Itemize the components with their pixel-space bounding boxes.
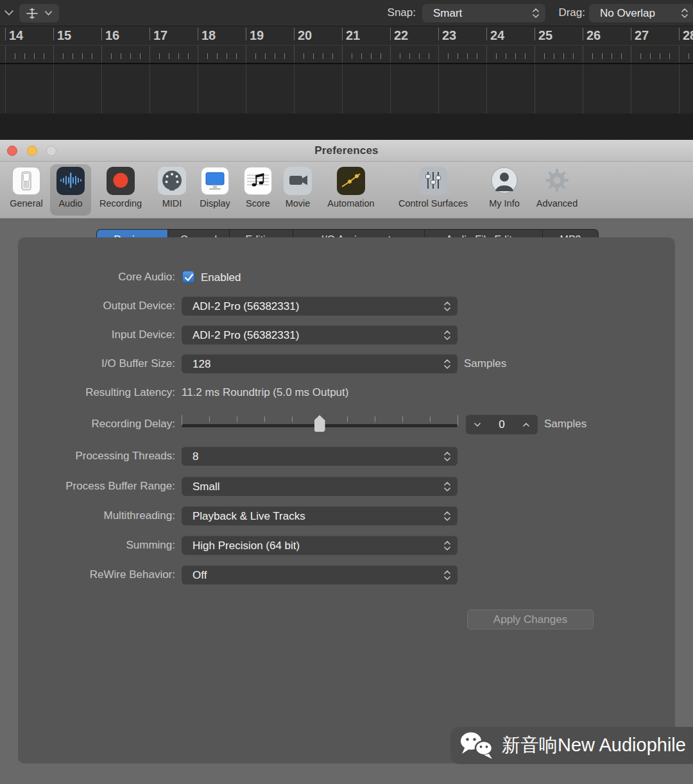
process-buffer-range-value: Small — [193, 481, 220, 493]
slider-thumb[interactable] — [314, 415, 325, 432]
toolbar-item-label: Automation — [320, 198, 382, 209]
toolbar-item-recording[interactable]: Recording — [92, 164, 149, 216]
summing-label: Summing: — [18, 539, 175, 552]
preferences-content: Devices General Editing I/O Assignments … — [0, 219, 693, 784]
toolbar-item-automation[interactable]: Automation — [320, 164, 382, 216]
multithreading-popup[interactable]: Playback & Live Tracks — [182, 506, 458, 525]
processing-threads-popup[interactable]: 8 — [182, 447, 458, 466]
updown-chevrons-icon — [681, 8, 689, 19]
multithreading-value: Playback & Live Tracks — [193, 510, 305, 523]
toolbar-item-label: Audio — [50, 198, 91, 209]
updown-chevrons-icon — [443, 301, 451, 312]
recording-delay-slider[interactable] — [182, 413, 458, 436]
resulting-latency-value: 11.2 ms Roundtrip (5.0 ms Output) — [182, 386, 348, 399]
bar-ruler[interactable]: 141516171819202122232425262728 — [0, 26, 693, 45]
recording-delay-label: Recording Delay: — [18, 418, 175, 430]
updown-chevrons-icon — [443, 481, 451, 493]
chevron-down-icon — [4, 10, 14, 16]
process-buffer-range-label: Process Buffer Range: — [18, 480, 175, 493]
video-camera-icon — [284, 167, 312, 195]
wechat-icon — [457, 729, 497, 762]
toolbar-item-midi[interactable]: MIDI — [154, 164, 190, 216]
process-buffer-range-popup[interactable]: Small — [182, 477, 458, 496]
updown-chevrons-icon — [443, 511, 451, 522]
toolbar-item-movie[interactable]: Movie — [278, 164, 317, 216]
audio-waveform-icon — [56, 167, 85, 195]
window-title: Preferences — [0, 144, 693, 157]
drag-value: No Overlap — [600, 7, 655, 20]
core-audio-checkbox[interactable] — [182, 271, 194, 283]
rewire-behavior-value: Off — [193, 569, 207, 582]
output-device-popup[interactable]: ADI-2 Pro (56382331) — [182, 296, 458, 316]
core-audio-enabled-label: Enabled — [201, 271, 241, 284]
faders-icon — [419, 167, 447, 195]
toolbar-item-my-info[interactable]: My Info — [484, 164, 525, 216]
drag-label: Drag: — [554, 6, 585, 19]
toolbar-item-display[interactable]: Display — [193, 164, 237, 216]
toolbar-item-general[interactable]: General — [4, 164, 49, 216]
summing-popup[interactable]: High Precision (64 bit) — [182, 536, 458, 555]
watermark-badge: 新音响New Audiophile — [450, 727, 693, 764]
music-notes-icon — [244, 167, 272, 195]
output-device-label: Output Device: — [18, 300, 175, 312]
snap-value: Smart — [433, 7, 462, 20]
stepper-increment-chevron-icon[interactable] — [522, 422, 530, 427]
track-lanes — [0, 63, 693, 114]
input-device-label: Input Device: — [18, 328, 175, 341]
snap-label: Snap: — [380, 6, 416, 19]
toolbar-item-label: Control Surfaces — [388, 198, 479, 209]
toolbar-item-label: Recording — [92, 198, 149, 209]
screen: Snap: Smart Drag: No Overlap 14151617181… — [0, 0, 693, 784]
arrange-timeline: Snap: Smart Drag: No Overlap 14151617181… — [0, 0, 693, 140]
drag-dropdown[interactable]: No Overlap — [589, 4, 693, 22]
core-audio-label: Core Audio: — [18, 271, 175, 284]
input-device-popup[interactable]: ADI-2 Pro (56382331) — [182, 325, 458, 345]
toolbar-item-advanced[interactable]: Advanced — [526, 164, 588, 216]
record-circle-icon — [107, 167, 135, 195]
snap-dropdown[interactable]: Smart — [422, 4, 545, 22]
apply-changes-button[interactable]: Apply Changes — [467, 609, 594, 629]
processing-threads-label: Processing Threads: — [18, 450, 175, 463]
processing-threads-value: 8 — [193, 450, 198, 463]
stepper-decrement-chevron-icon[interactable] — [474, 422, 481, 427]
toolbar-item-audio[interactable]: Audio — [50, 164, 91, 216]
monitor-icon — [201, 167, 229, 195]
multithreading-label: Multithreading: — [18, 509, 175, 522]
updown-chevrons-icon — [443, 359, 451, 370]
arrange-toolbar: Snap: Smart Drag: No Overlap — [0, 0, 693, 26]
automation-curve-icon — [337, 167, 365, 195]
resulting-latency-label: Resulting Latency: — [18, 386, 175, 399]
person-silhouette-icon — [490, 167, 518, 195]
chevron-down-icon — [44, 10, 53, 16]
preferences-titlebar: Preferences — [0, 140, 693, 162]
midi-connector-icon — [158, 167, 186, 195]
rewire-behavior-popup[interactable]: Off — [182, 565, 458, 584]
toolbar-item-label: Display — [193, 198, 237, 209]
updown-chevrons-icon — [443, 451, 451, 463]
watermark-text: 新音响New Audiophile — [502, 733, 686, 758]
toolbar-item-score[interactable]: Score — [240, 164, 276, 216]
toolbar-item-label: Movie — [278, 198, 317, 209]
updown-chevrons-icon — [443, 330, 451, 341]
gear-icon — [543, 167, 571, 195]
io-buffer-size-popup[interactable]: 128 — [182, 354, 458, 373]
beat-ruler[interactable] — [0, 45, 693, 63]
toolbar-item-label: General — [4, 198, 49, 209]
recording-delay-stepper: 0 — [466, 414, 538, 434]
edit-menu-chevron-button[interactable] — [1, 6, 17, 20]
toolbar-item-control-surfaces[interactable]: Control Surfaces — [388, 164, 479, 216]
output-device-value: ADI-2 Pro (56382331) — [193, 300, 299, 313]
io-buffer-samples-suffix: Samples — [464, 357, 506, 370]
toolbar-item-label: MIDI — [154, 198, 190, 209]
recording-delay-samples-suffix: Samples — [544, 418, 586, 430]
recording-delay-value: 0 — [499, 418, 504, 431]
devices-pane: Core Audio: Enabled Output Device: ADI-2… — [18, 237, 675, 763]
summing-value: High Precision (64 bit) — [193, 540, 300, 552]
pointer-tool-button[interactable] — [19, 4, 59, 22]
toolbar-item-label: Score — [240, 198, 276, 209]
input-device-value: ADI-2 Pro (56382331) — [193, 329, 299, 342]
toolbar-item-label: My Info — [484, 198, 525, 209]
io-buffer-size-value: 128 — [193, 358, 210, 371]
preferences-icon-toolbar: General Audi — [0, 162, 693, 219]
updown-chevrons-icon — [532, 8, 540, 19]
